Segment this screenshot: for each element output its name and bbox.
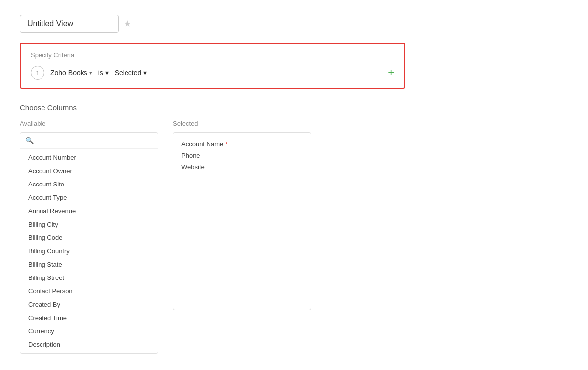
columns-layout: Available 🔍 Account NumberAccount OwnerA… — [20, 120, 568, 354]
criteria-source-label: Zoho Books — [50, 69, 87, 77]
selected-column-section: Selected Account Name*PhoneWebsite — [173, 120, 311, 354]
favorite-star-icon[interactable]: ★ — [124, 18, 131, 29]
criteria-operator-caret-icon: ▾ — [105, 69, 109, 77]
criteria-value-label: Selected — [115, 69, 141, 77]
list-item[interactable]: Billing Street — [20, 271, 158, 284]
criteria-operator-dropdown[interactable]: is ▾ — [98, 69, 109, 77]
list-item: Account Name* — [181, 139, 303, 150]
criteria-operator-label: is — [98, 69, 103, 77]
list-item: Website — [181, 161, 303, 173]
criteria-row-number: 1 — [31, 66, 44, 80]
list-item[interactable]: Billing State — [20, 258, 158, 271]
list-item[interactable]: Contact Person — [20, 284, 158, 298]
criteria-value-dropdown[interactable]: Selected ▾ — [115, 69, 147, 77]
list-item[interactable]: Billing Country — [20, 244, 158, 258]
selected-list: Account Name*PhoneWebsite — [181, 139, 303, 173]
available-box: 🔍 Account NumberAccount OwnerAccount Sit… — [20, 132, 158, 354]
list-item[interactable]: Currency — [20, 324, 158, 338]
specify-criteria-section: Specify Criteria 1 Zoho Books ▾ is ▾ Sel… — [20, 43, 405, 89]
list-item[interactable]: Account Type — [20, 191, 158, 204]
list-item[interactable]: Account Number — [20, 151, 158, 164]
list-item[interactable]: Billing Code — [20, 231, 158, 244]
search-icon: 🔍 — [25, 137, 34, 144]
list-item[interactable]: Account Site — [20, 178, 158, 191]
selected-columns-label: Selected — [173, 120, 311, 127]
view-title-input[interactable] — [20, 15, 119, 33]
available-label: Available — [20, 120, 158, 127]
choose-columns-title: Choose Columns — [20, 103, 568, 112]
title-row: ★ — [20, 15, 568, 33]
list-item[interactable]: Created Time — [20, 311, 158, 324]
criteria-source-dropdown[interactable]: Zoho Books ▾ — [50, 69, 92, 77]
available-column-section: Available 🔍 Account NumberAccount OwnerA… — [20, 120, 158, 354]
criteria-source-caret-icon: ▾ — [89, 70, 92, 76]
add-criteria-button[interactable]: + — [388, 66, 394, 79]
list-item[interactable]: Created By — [20, 298, 158, 311]
search-row: 🔍 — [20, 133, 158, 149]
search-input[interactable] — [37, 137, 153, 144]
list-item[interactable]: Description — [20, 338, 158, 351]
selected-box: Account Name*PhoneWebsite — [173, 132, 311, 310]
list-item[interactable]: Annual Revenue — [20, 204, 158, 218]
list-item[interactable]: Billing City — [20, 218, 158, 231]
criteria-section-label: Specify Criteria — [31, 51, 394, 59]
criteria-value-caret-icon: ▾ — [143, 69, 147, 77]
criteria-row: 1 Zoho Books ▾ is ▾ Selected ▾ + — [31, 66, 394, 80]
available-list: Account NumberAccount OwnerAccount SiteA… — [20, 149, 158, 353]
list-item[interactable]: Account Owner — [20, 164, 158, 178]
list-item: Phone — [181, 150, 303, 161]
required-star-icon: * — [225, 141, 227, 147]
choose-columns-section: Choose Columns Available 🔍 Account Numbe… — [20, 103, 568, 354]
